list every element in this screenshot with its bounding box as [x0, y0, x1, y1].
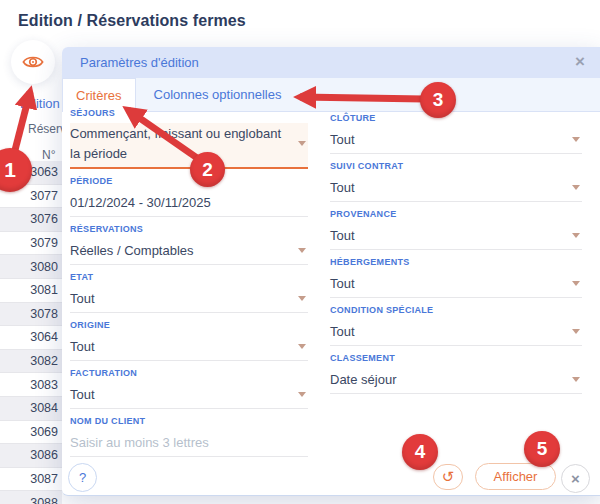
chevron-down-icon [298, 141, 306, 146]
tab-colonnes-optionnelles[interactable]: Colonnes optionnelles [136, 78, 300, 111]
table-row[interactable]: 3076 [0, 208, 62, 232]
table-row[interactable]: 3082 [0, 350, 62, 374]
field-label: SUIVI CONTRAT [330, 161, 582, 172]
table-row[interactable]: 3069 [0, 421, 62, 445]
cancel-button[interactable]: × [561, 464, 590, 493]
reset-icon: ↺ [442, 468, 455, 485]
annotation-badge-3: 3 [420, 82, 456, 118]
field-nom-du-client: NOM DU CLIENT [70, 416, 308, 457]
sejours-select[interactable]: Commençant, finissant ou englobant la pé… [70, 123, 308, 169]
chevron-down-icon [572, 329, 580, 334]
table-row[interactable]: 3084 [0, 397, 62, 421]
annotation-badge-5: 5 [524, 431, 560, 467]
field-reservations: RÉSERVATIONS Réelles / Comptables [70, 224, 308, 265]
field-origine: ORIGINE Tout [70, 320, 308, 361]
table-row[interactable]: 3086 [0, 444, 62, 468]
field-hebergements: HÉBERGEMENTS Tout [330, 257, 582, 298]
background-edition-tab[interactable]: Edition [20, 96, 60, 111]
annotation-badge-2: 2 [190, 152, 225, 187]
field-label: ETAT [70, 272, 308, 283]
chevron-down-icon [572, 137, 580, 142]
condition-speciale-select[interactable]: Tout [330, 320, 582, 346]
chevron-down-icon [298, 344, 306, 349]
field-classement: CLASSEMENT Date séjour [330, 353, 582, 394]
chevron-down-icon [572, 185, 580, 190]
table-row[interactable]: 3078 [0, 303, 62, 327]
help-icon: ? [79, 470, 86, 485]
criteria-column-right: CLÔTURE Tout SUIVI CONTRAT Tout PROVENAN… [330, 113, 582, 401]
table-row[interactable]: 3087 [0, 468, 62, 492]
origine-select[interactable]: Tout [70, 335, 308, 361]
field-sejours: SÉJOURS Commençant, finissant ou engloba… [70, 108, 308, 169]
field-periode: PÉRIODE 01/12/2024 - 30/11/2025 [70, 176, 308, 217]
suivi-contrat-select[interactable]: Tout [330, 176, 582, 202]
field-label: NOM DU CLIENT [70, 416, 308, 427]
chevron-down-icon [572, 377, 580, 382]
field-label: SÉJOURS [70, 108, 308, 119]
close-icon: × [571, 470, 580, 487]
close-icon[interactable]: × [570, 52, 590, 72]
chevron-down-icon [298, 296, 306, 301]
chevron-down-icon [298, 392, 306, 397]
field-suivi-contrat: SUIVI CONTRAT Tout [330, 161, 582, 202]
table-row[interactable]: 3081 [0, 279, 62, 303]
field-label: RÉSERVATIONS [70, 224, 308, 235]
field-label: PROVENANCE [330, 209, 582, 220]
field-label: HÉBERGEMENTS [330, 257, 582, 268]
table-row[interactable]: 3080 [0, 255, 62, 279]
field-label: CONDITION SPÉCIALE [330, 305, 582, 316]
help-button[interactable]: ? [68, 463, 97, 492]
annotation-badge-4: 4 [402, 434, 438, 470]
reservations-select[interactable]: Réelles / Comptables [70, 239, 308, 265]
table-rows: 3063 3077 3076 3079 3080 3081 3078 3064 … [0, 161, 62, 504]
field-facturation: FACTURATION Tout [70, 368, 308, 409]
field-provenance: PROVENANCE Tout [330, 209, 582, 250]
chevron-down-icon [572, 233, 580, 238]
dialog-title: Paramètres d'édition [80, 55, 199, 70]
criteria-column-left: SÉJOURS Commençant, finissant ou engloba… [70, 108, 308, 464]
facturation-select[interactable]: Tout [70, 383, 308, 409]
field-condition-speciale: CONDITION SPÉCIALE Tout [330, 305, 582, 346]
tab-criteres[interactable]: Critères [62, 78, 136, 112]
client-name-input[interactable] [70, 435, 308, 450]
page-title: Edition / Réservations fermes [18, 12, 246, 30]
table-row[interactable]: 3088 [0, 491, 62, 504]
etat-select[interactable]: Tout [70, 287, 308, 313]
periode-input[interactable]: 01/12/2024 - 30/11/2025 [70, 191, 308, 217]
field-label: FACTURATION [70, 368, 308, 379]
field-label: CLÔTURE [330, 113, 582, 124]
client-name-input-wrap [70, 431, 308, 457]
table-column-header: Réservations [28, 122, 62, 136]
table-column-header-number: N° [42, 148, 55, 162]
edit-parameters-dialog: Paramètres d'édition × Critères Colonnes… [62, 47, 600, 496]
table-row[interactable]: 3083 [0, 373, 62, 397]
eye-icon [22, 51, 44, 73]
field-label: ORIGINE [70, 320, 308, 331]
table-row[interactable]: 3064 [0, 326, 62, 350]
provenance-select[interactable]: Tout [330, 224, 582, 250]
table-row[interactable]: 3079 [0, 232, 62, 256]
afficher-button[interactable]: Afficher [475, 463, 556, 490]
dialog-tabs: Critères Colonnes optionnelles [62, 78, 600, 112]
field-etat: ETAT Tout [70, 272, 308, 313]
dialog-header: Paramètres d'édition × [62, 47, 600, 78]
reset-button[interactable]: ↺ [433, 464, 463, 490]
preview-eye-button[interactable] [11, 40, 55, 84]
chevron-down-icon [298, 248, 306, 253]
hebergements-select[interactable]: Tout [330, 272, 582, 298]
classement-select[interactable]: Date séjour [330, 368, 582, 394]
field-label: CLASSEMENT [330, 353, 582, 364]
field-cloture: CLÔTURE Tout [330, 113, 582, 154]
field-label: PÉRIODE [70, 176, 308, 187]
chevron-down-icon [572, 281, 580, 286]
cloture-select[interactable]: Tout [330, 128, 582, 154]
